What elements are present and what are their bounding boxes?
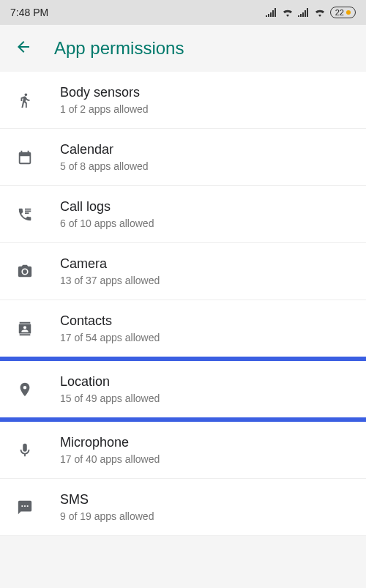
permission-contacts[interactable]: Contacts 17 of 54 apps allowed <box>0 300 366 357</box>
permission-subtitle: 17 of 54 apps allowed <box>60 332 160 343</box>
permission-title: SMS <box>60 492 154 507</box>
back-button[interactable] <box>15 38 32 59</box>
permission-subtitle: 1 of 2 apps allowed <box>60 103 149 115</box>
battery-indicator: 22 <box>330 7 356 18</box>
signal-icon-2 <box>298 8 310 17</box>
arrow-left-icon <box>15 38 32 56</box>
permission-calendar[interactable]: Calendar 5 of 8 apps allowed <box>0 129 366 186</box>
permission-call-logs[interactable]: Call logs 6 of 10 apps allowed <box>0 186 366 243</box>
page-title: App permissions <box>54 38 184 59</box>
permission-title: Body sensors <box>60 85 149 100</box>
permission-subtitle: 13 of 37 apps allowed <box>60 275 160 286</box>
permission-title: Calendar <box>60 142 149 157</box>
permission-location[interactable]: Location 15 of 49 apps allowed <box>0 361 366 417</box>
permission-body-sensors[interactable]: Body sensors 1 of 2 apps allowed <box>0 72 366 129</box>
sms-icon <box>15 499 35 516</box>
microphone-icon <box>15 442 35 458</box>
battery-dot-icon <box>346 10 351 15</box>
battery-level: 22 <box>335 8 344 17</box>
wifi-icon <box>282 8 294 17</box>
permission-subtitle: 5 of 8 apps allowed <box>60 160 149 172</box>
permission-subtitle: 9 of 19 apps allowed <box>60 510 154 522</box>
status-bar: 7:48 PM 22 <box>0 0 366 25</box>
permission-title: Location <box>60 374 160 390</box>
running-icon <box>15 92 35 108</box>
header: App permissions <box>0 25 366 72</box>
status-time: 7:48 PM <box>10 7 48 18</box>
permission-subtitle: 17 of 40 apps allowed <box>60 453 160 465</box>
signal-icon <box>266 8 277 17</box>
status-icons: 22 <box>266 7 356 18</box>
permission-title: Contacts <box>60 313 160 329</box>
permission-title: Call logs <box>60 199 154 215</box>
permission-list: Body sensors 1 of 2 apps allowed Calenda… <box>0 72 366 536</box>
permission-sms[interactable]: SMS 9 of 19 apps allowed <box>0 479 366 536</box>
contacts-icon <box>15 321 35 337</box>
camera-icon <box>15 264 35 280</box>
calendar-icon <box>15 149 35 165</box>
location-icon <box>15 382 35 398</box>
permission-subtitle: 15 of 49 apps allowed <box>60 392 160 404</box>
permission-camera[interactable]: Camera 13 of 37 apps allowed <box>0 243 366 300</box>
permission-subtitle: 6 of 10 apps allowed <box>60 217 154 229</box>
permission-microphone[interactable]: Microphone 17 of 40 apps allowed <box>0 422 366 479</box>
phone-log-icon <box>15 206 35 223</box>
permission-title: Camera <box>60 256 160 272</box>
wifi-icon-2 <box>314 8 326 17</box>
permission-title: Microphone <box>60 435 160 450</box>
